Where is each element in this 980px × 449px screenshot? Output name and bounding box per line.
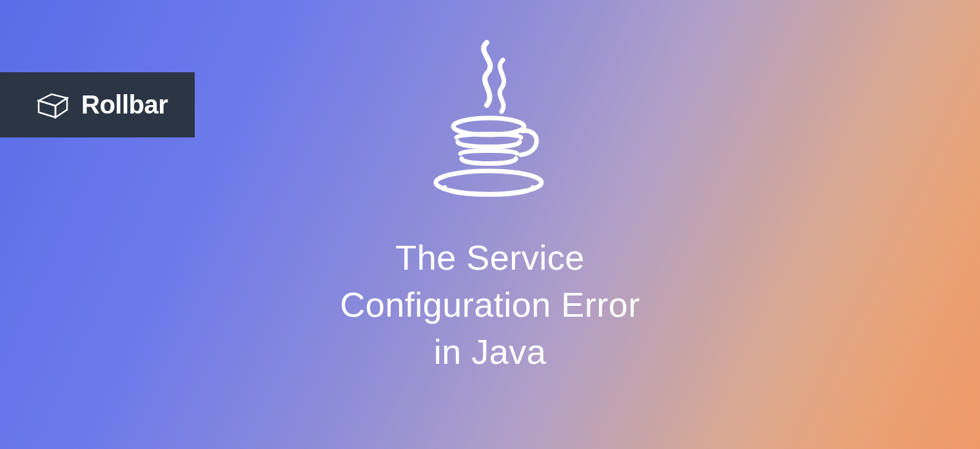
title-line-1: The Service (340, 234, 640, 281)
hero-content: The Service Configuration Error in Java (0, 37, 980, 375)
title-line-3: in Java (340, 328, 640, 375)
hero-title: The Service Configuration Error in Java (340, 234, 640, 375)
title-line-2: Configuration Error (340, 281, 640, 328)
java-icon (426, 37, 554, 212)
